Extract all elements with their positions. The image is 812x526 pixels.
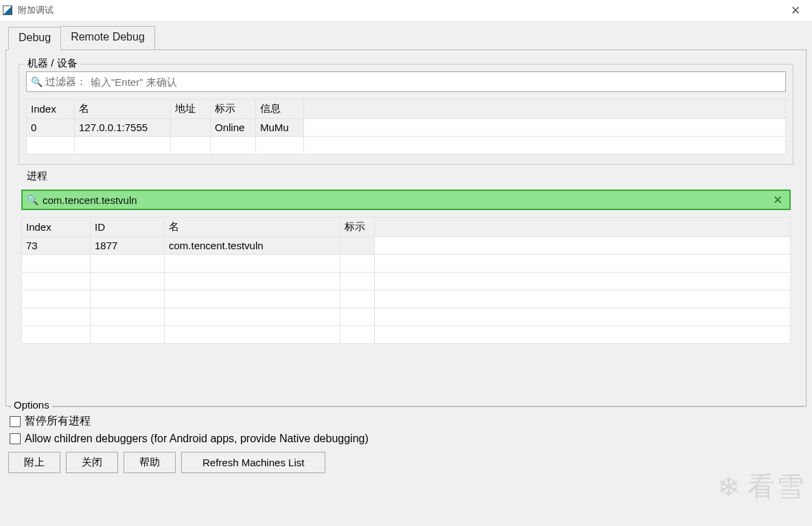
group-machines: 机器 / 设备 🔍 过滤器： Index 名 地址 标示 信息 0 [19,64,793,165]
table-header-row: Index 名 地址 标示 信息 [27,100,786,119]
processes-table[interactable]: Index ID 名 标示 73 1877 com.tencent.testvu… [21,217,791,344]
cell-addr [171,119,211,137]
processes-filter-input[interactable] [41,194,770,207]
table-row [22,290,791,308]
table-row[interactable]: 73 1877 com.tencent.testvuln [22,237,791,255]
tab-bar: Debug Remote Debug [8,26,807,49]
cell-flag [340,237,375,255]
col-flag[interactable]: 标示 [340,218,375,237]
titlebar: 附加调试 ✕ [0,0,812,21]
search-icon: 🔍 [31,76,43,87]
cell-id: 1877 [91,237,165,255]
checkbox-icon [10,416,21,427]
cell-flag: Online [211,119,256,137]
button-row: 附上 关闭 帮助 Refresh Machines List [5,446,807,473]
col-name[interactable]: 名 [165,218,340,237]
close-icon[interactable]: ✕ [782,3,809,18]
group-options-legend: Options [11,399,52,411]
machines-filter-input[interactable] [89,76,781,89]
cell-index: 0 [27,119,75,137]
processes-filter[interactable]: 🔍 ✕ [21,190,791,210]
checkbox-label: Allow children debuggers (for Android ap… [25,433,369,445]
app-icon [3,5,12,15]
group-options: Options 暂停所有进程 Allow children debuggers … [8,407,804,445]
help-button[interactable]: 帮助 [124,452,176,473]
col-id[interactable]: ID [91,218,165,237]
attach-button[interactable]: 附上 [8,452,60,473]
machines-table[interactable]: Index 名 地址 标示 信息 0 127.0.0.1:7555 Online… [26,99,786,155]
table-row [27,137,786,155]
checkbox-allow-children[interactable]: Allow children debuggers (for Android ap… [10,433,804,445]
search-icon: 🔍 [27,194,38,205]
col-index[interactable]: Index [22,218,91,237]
checkbox-label: 暂停所有进程 [25,414,91,428]
col-name[interactable]: 名 [75,100,171,119]
checkbox-icon [10,433,21,444]
machines-filter[interactable]: 🔍 过滤器： [26,71,786,92]
clear-icon[interactable]: ✕ [770,193,785,207]
group-machines-legend: 机器 / 设备 [25,57,80,70]
group-processes-legend: 进程 [24,170,50,183]
col-info[interactable]: 信息 [256,100,304,119]
machines-filter-label: 过滤器： [45,76,86,89]
col-index[interactable]: Index [27,100,75,119]
cell-name: com.tencent.testvuln [165,237,340,255]
tab-remote-debug[interactable]: Remote Debug [60,26,155,49]
table-row [22,273,791,290]
col-spacer [304,100,786,119]
cell-info: MuMu [256,119,304,137]
group-processes: 进程 🔍 ✕ Index ID 名 标示 73 1877 [19,177,793,354]
cell-name: 127.0.0.1:7555 [75,119,171,137]
refresh-button[interactable]: Refresh Machines List [181,452,325,473]
cell-index: 73 [22,237,91,255]
table-row [22,255,791,273]
table-row[interactable]: 0 127.0.0.1:7555 Online MuMu [27,119,786,137]
tab-panel-debug: 机器 / 设备 🔍 过滤器： Index 名 地址 标示 信息 0 [5,49,807,407]
col-spacer [375,218,791,237]
table-row [22,326,791,344]
window-title: 附加调试 [18,4,782,16]
table-header-row: Index ID 名 标示 [22,218,791,237]
col-flag[interactable]: 标示 [211,100,256,119]
close-button[interactable]: 关闭 [66,452,118,473]
table-row [22,308,791,326]
col-addr[interactable]: 地址 [171,100,211,119]
checkbox-suspend-all[interactable]: 暂停所有进程 [10,414,804,428]
tab-debug[interactable]: Debug [8,27,61,50]
